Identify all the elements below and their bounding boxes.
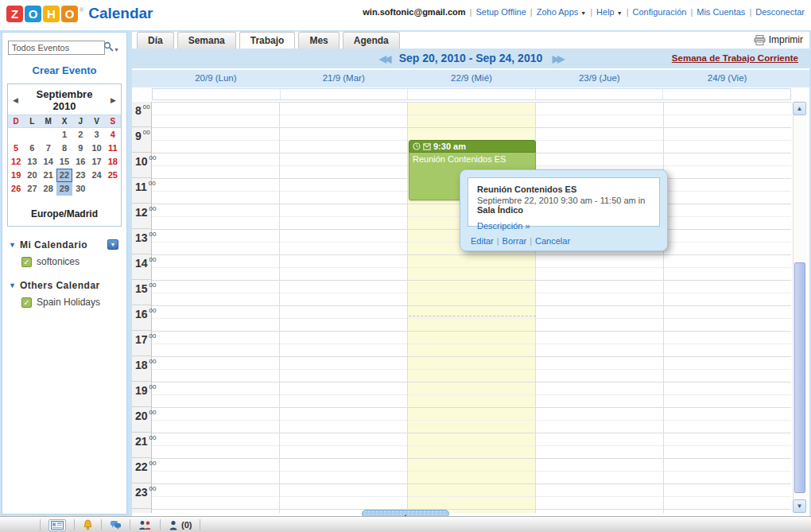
minical-day-cell[interactable]: 23 bbox=[72, 169, 88, 182]
others-calendar-header[interactable]: ▼ Others Calendar bbox=[9, 280, 126, 291]
day-column[interactable] bbox=[152, 102, 279, 513]
all-day-cell[interactable] bbox=[281, 89, 409, 99]
current-week-link[interactable]: Semana de Trabajo Corriente bbox=[672, 53, 798, 63]
bell-icon bbox=[83, 519, 93, 530]
hour-label: 9 bbox=[135, 130, 142, 142]
scrollbar-track[interactable] bbox=[793, 115, 806, 499]
minical-day-cell[interactable]: 30 bbox=[72, 182, 88, 196]
day-header-strip: 20/9 (Lun)21/9 (Mar)22/9 (Mié)23/9 (Jue)… bbox=[132, 70, 809, 87]
hour-row: 1000 bbox=[132, 153, 151, 178]
day-column[interactable] bbox=[663, 102, 791, 513]
vertical-scrollbar: ▲ ▼ bbox=[793, 102, 806, 513]
group-contacts-button[interactable] bbox=[138, 520, 152, 530]
tab-agenda[interactable]: Agenda bbox=[343, 32, 400, 49]
day-column[interactable] bbox=[279, 102, 407, 513]
header-link-desconectar[interactable]: Desconectar bbox=[755, 7, 805, 17]
tab-semana[interactable]: Semana bbox=[177, 32, 236, 49]
minical-day-cell[interactable]: 21 bbox=[41, 169, 56, 182]
chat-button[interactable] bbox=[110, 520, 122, 530]
hour-row: 1600 bbox=[132, 305, 151, 331]
minical-day-cell[interactable]: 2 bbox=[72, 128, 88, 142]
prev-week-icon[interactable]: ◀◀ bbox=[379, 53, 389, 64]
search-button[interactable]: ▼ bbox=[103, 41, 119, 55]
minical-day-cell[interactable]: 24 bbox=[88, 169, 104, 182]
minical-day-cell[interactable]: 16 bbox=[72, 155, 88, 169]
minical-day-cell[interactable]: 25 bbox=[105, 169, 121, 182]
minical-day-cell[interactable]: 27 bbox=[24, 182, 40, 196]
contact-card-button[interactable] bbox=[49, 519, 66, 531]
popup-action-editar[interactable]: Editar bbox=[471, 236, 494, 246]
minical-prev-icon[interactable]: ◀ bbox=[13, 96, 24, 104]
minical-day-cell[interactable]: 14 bbox=[41, 155, 56, 169]
minical-day-cell[interactable]: 3 bbox=[88, 128, 104, 142]
minical-day-cell[interactable]: 15 bbox=[56, 155, 72, 169]
search-caret-icon: ▼ bbox=[114, 47, 119, 52]
popup-action-borrar[interactable]: Borrar bbox=[503, 236, 527, 246]
all-day-cell[interactable] bbox=[663, 89, 790, 99]
minical-day-cell[interactable]: 26 bbox=[8, 182, 24, 196]
minical-day-cell[interactable]: 28 bbox=[41, 182, 56, 196]
minical-day-cell[interactable]: 4 bbox=[105, 128, 121, 142]
all-day-cell[interactable] bbox=[153, 89, 281, 99]
header-link-setup-offline[interactable]: Setup Offline bbox=[475, 7, 526, 17]
minical-day-cell[interactable]: 6 bbox=[24, 142, 40, 155]
header-link-zoho-apps[interactable]: Zoho Apps bbox=[537, 7, 579, 17]
hour-row: 2200 bbox=[132, 458, 151, 483]
popup-action-cancelar[interactable]: Cancelar bbox=[535, 236, 570, 246]
description-link[interactable]: Descripción » bbox=[477, 221, 530, 231]
status-bar: (0) bbox=[0, 516, 811, 532]
header-link-configuracion[interactable]: Configuración bbox=[633, 7, 687, 17]
calendar-checkbox[interactable]: ✓ bbox=[21, 297, 32, 308]
scroll-down-button[interactable]: ▼ bbox=[793, 499, 806, 513]
create-event-link[interactable]: Crear Evento bbox=[33, 64, 97, 76]
separator: | bbox=[627, 7, 629, 17]
statusbar-separator bbox=[101, 519, 102, 530]
calendar-list-item: ✓Spain Holidays bbox=[21, 297, 126, 308]
notifications-button[interactable] bbox=[83, 519, 93, 530]
day-header-label: 20/9 (Lun) bbox=[152, 70, 280, 87]
separator: | bbox=[690, 7, 693, 17]
others-calendar-section: ▼ Others Calendar ✓Spain Holidays bbox=[9, 280, 126, 308]
minical-day-cell[interactable]: 1 bbox=[56, 128, 72, 142]
separator: | bbox=[530, 7, 533, 17]
hour-label: 16 bbox=[135, 308, 148, 320]
print-button[interactable]: Imprimir bbox=[754, 34, 803, 45]
minical-day-cell[interactable]: 11 bbox=[105, 142, 121, 155]
minical-day-cell[interactable]: 8 bbox=[56, 142, 72, 155]
all-day-cell[interactable] bbox=[408, 89, 536, 99]
scrollbar-thumb[interactable] bbox=[794, 262, 805, 493]
header-link-mis-cuentas[interactable]: Mis Cuentas bbox=[697, 7, 745, 17]
all-day-cell[interactable] bbox=[536, 89, 664, 99]
zoho-logo[interactable]: ZOHO ® Calendar bbox=[6, 5, 153, 22]
tab-dia[interactable]: Día bbox=[137, 32, 174, 49]
popup-when-text: Septiembre 22, 2010 9:30 am - 11:50 am i… bbox=[477, 196, 645, 205]
calendar-options-button[interactable]: ▼ bbox=[107, 239, 118, 250]
minical-day-cell[interactable]: 10 bbox=[88, 142, 104, 155]
scroll-up-button[interactable]: ▲ bbox=[793, 102, 806, 115]
minical-day-cell[interactable]: 13 bbox=[24, 155, 40, 169]
minical-day-cell[interactable]: 17 bbox=[88, 155, 104, 169]
minical-day-cell[interactable]: 18 bbox=[105, 155, 121, 169]
header-link-help[interactable]: Help bbox=[596, 7, 615, 17]
tab-trabajo[interactable]: Trabajo bbox=[239, 32, 296, 49]
minical-day-cell[interactable]: 22 bbox=[56, 169, 72, 182]
registered-mark: ® bbox=[80, 7, 83, 13]
date-nav-bar: ◀◀ Sep 20, 2010 - Sep 24, 2010 ▶▶ Semana… bbox=[132, 49, 809, 68]
event-popup: Reunión Contenidos ES Septiembre 22, 201… bbox=[460, 169, 668, 251]
online-users-button[interactable]: (0) bbox=[169, 520, 192, 530]
minical-day-cell[interactable]: 19 bbox=[8, 169, 24, 182]
minical-day-cell[interactable]: 5 bbox=[8, 142, 24, 155]
tab-mes[interactable]: Mes bbox=[298, 32, 339, 49]
day-column[interactable] bbox=[535, 102, 663, 513]
minical-day-cell[interactable]: 29 bbox=[56, 182, 72, 196]
minical-day-cell[interactable]: 7 bbox=[41, 142, 56, 155]
minical-day-cell[interactable]: 9 bbox=[72, 142, 88, 155]
next-week-icon[interactable]: ▶▶ bbox=[553, 53, 562, 64]
search-input[interactable] bbox=[8, 41, 105, 55]
minical-next-icon[interactable]: ▶ bbox=[105, 96, 116, 104]
sidebar: ▼ Crear Evento ◀ Septiembre 2010 ▶ DLMXJ… bbox=[2, 32, 127, 515]
calendar-checkbox[interactable]: ✓ bbox=[21, 257, 32, 267]
minical-day-cell[interactable]: 12 bbox=[8, 155, 24, 169]
minical-day-cell[interactable]: 20 bbox=[24, 169, 40, 182]
hour-label: 22 bbox=[135, 460, 148, 473]
